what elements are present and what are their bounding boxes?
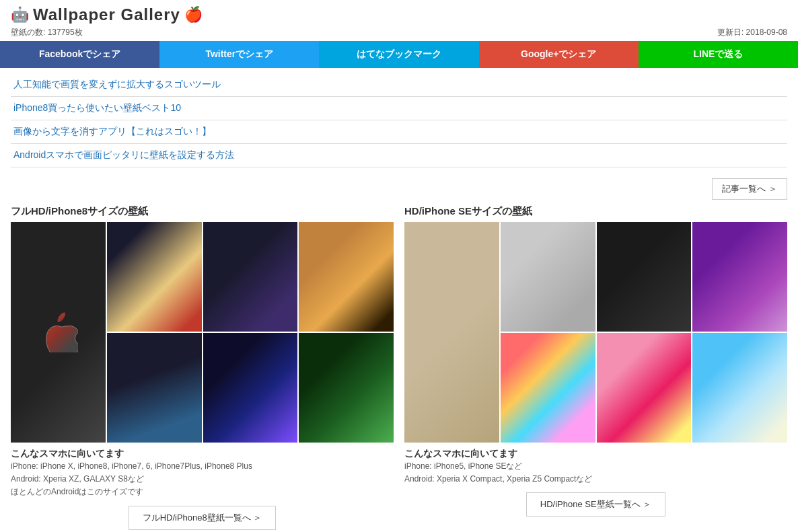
wallpaper-item[interactable] xyxy=(501,333,595,443)
wallpaper-item[interactable] xyxy=(203,333,298,443)
wallpaper-item[interactable] xyxy=(11,222,106,443)
hd-bottom-btn-row: HD/iPhone SE壁紙一覧へ ＞ xyxy=(404,492,787,517)
hd-list-button[interactable]: HD/iPhone SE壁紙一覧へ ＞ xyxy=(526,492,665,517)
fullhd-list-button[interactable]: フルHD/iPhone8壁紙一覧へ ＞ xyxy=(129,506,277,530)
article-list-button[interactable]: 記事一覧へ ＞ xyxy=(712,178,787,200)
stats-row: 壁紙の数: 137795枚 更新日: 2018-09-08 xyxy=(0,26,798,41)
list-item: iPhone8買ったら使いたい壁紙ベスト10 xyxy=(11,97,787,120)
update-date: 更新日: 2018-09-08 xyxy=(717,27,787,38)
article-link-2[interactable]: iPhone8買ったら使いたい壁紙ベスト10 xyxy=(13,102,181,113)
wallpaper-item[interactable] xyxy=(501,222,595,332)
wallpaper-item[interactable] xyxy=(107,333,202,443)
line-share-button[interactable]: LINEで送る xyxy=(639,41,798,68)
fullhd-bottom-btn-row: フルHD/iPhone8壁紙一覧へ ＞ xyxy=(11,506,394,530)
hd-compat-title: こんなスマホに向いてます xyxy=(404,448,787,460)
hd-section-title: HD/iPhone SEサイズの壁紙 xyxy=(404,205,787,218)
fullhd-grid xyxy=(11,222,394,443)
article-link-4[interactable]: Androidスマホで画面ピッタリに壁紙を設定する方法 xyxy=(13,149,234,160)
wallpaper-item[interactable] xyxy=(597,333,692,443)
hd-grid xyxy=(404,222,787,443)
android-icon: 🤖 xyxy=(11,6,29,24)
fullhd-section: フルHD/iPhone8サイズの壁紙 xyxy=(11,205,394,530)
facebook-share-button[interactable]: Facebookでシェア xyxy=(0,41,159,68)
twitter-share-button[interactable]: Twitterでシェア xyxy=(159,41,319,68)
share-bar: Facebookでシェア Twitterでシェア はてなブックマーク Googl… xyxy=(0,41,798,68)
wallpaper-item[interactable] xyxy=(203,222,298,332)
wallpaper-item[interactable] xyxy=(299,333,394,443)
wallpaper-item[interactable] xyxy=(597,222,692,332)
wallpaper-item[interactable] xyxy=(299,222,394,332)
logo[interactable]: 🤖 Wallpaper Gallery 🍎 xyxy=(11,5,203,24)
wallpaper-item[interactable] xyxy=(107,222,202,332)
site-title: Wallpaper Gallery xyxy=(33,5,180,24)
apple-icon: 🍎 xyxy=(184,6,203,24)
hd-section: HD/iPhone SEサイズの壁紙 こんなスマホに向いてます iPhone: … xyxy=(404,205,787,530)
wallpaper-item[interactable] xyxy=(404,222,499,443)
list-item: 人工知能で画質を変えずに拡大するスゴいツール xyxy=(11,73,787,97)
fullhd-compat-title: こんなスマホに向いてます xyxy=(11,448,394,460)
article-link-3[interactable]: 画像から文字を消すアプリ【これはスゴい！】 xyxy=(13,126,211,137)
google-share-button[interactable]: Google+でシェア xyxy=(479,41,639,68)
links-section: 人工知能で画質を変えずに拡大するスゴいツール iPhone8買ったら使いたい壁紙… xyxy=(0,68,798,173)
list-item: Androidスマホで画面ピッタリに壁紙を設定する方法 xyxy=(11,144,787,167)
wallpaper-item[interactable] xyxy=(692,222,787,332)
article-link-1[interactable]: 人工知能で画質を変えずに拡大するスゴいツール xyxy=(13,79,221,89)
wallpaper-sections: フルHD/iPhone8サイズの壁紙 xyxy=(0,205,798,532)
hatena-share-button[interactable]: はてなブックマーク xyxy=(319,41,478,68)
fullhd-compat-text: iPhone: iPhone X, iPhone8, iPhone7, 6, i… xyxy=(11,460,394,499)
wallpaper-item[interactable] xyxy=(692,333,787,443)
header: 🤖 Wallpaper Gallery 🍎 xyxy=(0,0,798,26)
article-list-row: 記事一覧へ ＞ xyxy=(0,173,798,205)
wallpaper-count: 壁紙の数: 137795枚 xyxy=(11,27,83,38)
list-item: 画像から文字を消すアプリ【これはスゴい！】 xyxy=(11,120,787,144)
hd-compat-text: iPhone: iPhone5, iPhone SEなど Android: Xp… xyxy=(404,460,787,486)
fullhd-section-title: フルHD/iPhone8サイズの壁紙 xyxy=(11,205,394,218)
